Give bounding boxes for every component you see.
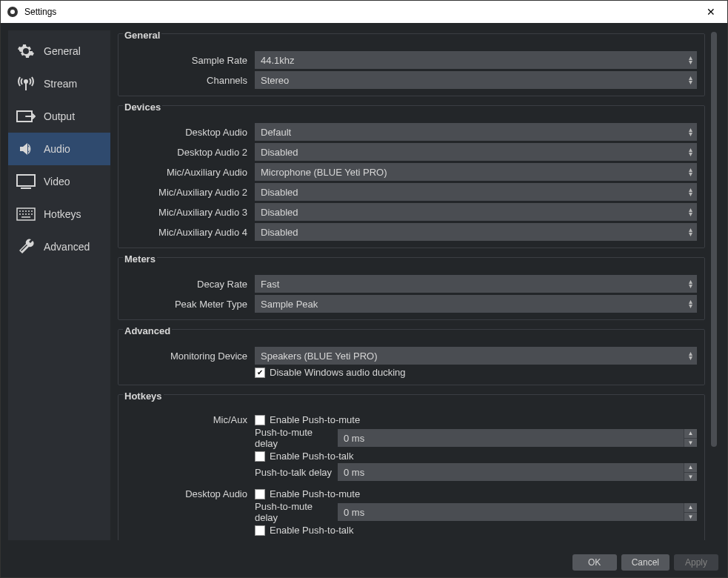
- monitor-icon: [16, 171, 36, 192]
- sidebar-item-advanced[interactable]: Advanced: [8, 230, 110, 263]
- speaker-icon: [16, 139, 36, 159]
- channels-label: Channels: [126, 75, 255, 86]
- sidebar-item-general[interactable]: General: [8, 35, 110, 67]
- desktop-ptm-checkbox[interactable]: [255, 489, 265, 499]
- content-area: General Stream Output Audio: [1, 23, 727, 548]
- antenna-icon: [16, 73, 36, 94]
- sidebar-item-label: Hotkeys: [44, 208, 81, 220]
- spin-up-icon[interactable]: ▲: [684, 463, 697, 473]
- sidebar-item-hotkeys[interactable]: Hotkeys: [8, 198, 110, 230]
- desktop-ptm-delay-label: Push-to-mute delay: [255, 501, 338, 523]
- hotkeys-mic-aux: Mic/Aux Enable Push-to-mute: [126, 414, 697, 481]
- tools-icon: [16, 236, 36, 257]
- mic-aux-select[interactable]: Microphone (BLUE Yeti PRO) ▴▾: [255, 163, 697, 181]
- micaux-ptm-checkbox[interactable]: [255, 415, 265, 425]
- ok-button[interactable]: OK: [572, 554, 617, 571]
- sample-rate-label: Sample Rate: [126, 55, 255, 66]
- micaux-ptt-checkbox[interactable]: [255, 451, 265, 462]
- svg-point-1: [10, 10, 15, 14]
- sidebar: General Stream Output Audio: [8, 30, 110, 540]
- mic-aux-3-select[interactable]: Disabled ▴▾: [255, 203, 697, 221]
- peak-meter-type-label: Peak Meter Type: [126, 299, 255, 310]
- chevron-updown-icon: ▴▾: [689, 147, 692, 156]
- micaux-ptm-delay-spinner[interactable]: 0 ms ▲▼: [338, 429, 697, 447]
- main-panel: General Sample Rate 44.1khz ▴▾ Channels …: [118, 30, 720, 540]
- disable-ducking-checkbox[interactable]: ✔: [255, 368, 265, 378]
- desktop-ptt-checkbox[interactable]: [255, 525, 265, 536]
- desktop-ptm-delay-spinner[interactable]: 0 ms ▲▼: [338, 503, 697, 521]
- desktop-audio-2-label: Desktop Audio 2: [126, 147, 255, 158]
- sidebar-item-video[interactable]: Video: [8, 165, 110, 198]
- desktop-audio-select[interactable]: Default ▴▾: [255, 123, 697, 141]
- monitoring-device-select[interactable]: Speakers (BLUE Yeti PRO) ▴▾: [255, 347, 697, 365]
- hotkeys-mic-aux-label: Mic/Aux: [126, 414, 255, 425]
- sidebar-item-audio[interactable]: Audio: [8, 133, 110, 165]
- peak-meter-type-select[interactable]: Sample Peak ▴▾: [255, 295, 697, 313]
- close-icon[interactable]: ✕: [701, 3, 721, 21]
- mic-aux-3-label: Mic/Auxiliary Audio 3: [126, 207, 255, 218]
- titlebar: Settings ✕: [1, 1, 727, 23]
- sidebar-item-label: Video: [44, 176, 70, 187]
- svg-point-2: [24, 80, 27, 83]
- group-general: General Sample Rate 44.1khz ▴▾ Channels …: [118, 33, 705, 96]
- group-title: Hotkeys: [123, 391, 164, 402]
- spin-up-icon[interactable]: ▲: [684, 503, 697, 513]
- group-devices: Devices Desktop Audio Default ▴▾ Desktop…: [118, 105, 705, 248]
- gear-icon: [16, 41, 36, 62]
- group-meters: Meters Decay Rate Fast ▴▾ Peak Meter Typ…: [118, 257, 705, 320]
- sidebar-item-label: Output: [44, 110, 75, 122]
- scroll-area[interactable]: General Sample Rate 44.1khz ▴▾ Channels …: [118, 30, 705, 540]
- spin-down-icon[interactable]: ▼: [684, 513, 697, 522]
- spin-up-icon[interactable]: ▲: [684, 429, 697, 439]
- sidebar-item-label: General: [44, 45, 81, 57]
- group-advanced: Advanced Monitoring Device Speakers (BLU…: [118, 329, 705, 385]
- hotkeys-desktop-audio: Desktop Audio Enable Push-to-mute: [126, 488, 697, 536]
- mic-aux-4-label: Mic/Auxiliary Audio 4: [126, 227, 255, 238]
- scrollbar-thumb[interactable]: [711, 32, 717, 447]
- svg-rect-5: [17, 175, 35, 186]
- mic-aux-2-select[interactable]: Disabled ▴▾: [255, 183, 697, 201]
- sidebar-item-output[interactable]: Output: [8, 100, 110, 133]
- group-title: Devices: [123, 102, 162, 113]
- app-icon: [7, 6, 19, 18]
- sidebar-item-label: Audio: [44, 143, 70, 155]
- sidebar-item-stream[interactable]: Stream: [8, 67, 110, 100]
- micaux-ptt-delay-label: Push-to-talk delay: [255, 467, 338, 478]
- sidebar-item-label: Stream: [44, 78, 77, 90]
- chevron-updown-icon: ▴▾: [689, 56, 692, 64]
- chevron-updown-icon: ▴▾: [689, 299, 692, 308]
- chevron-updown-icon: ▴▾: [689, 227, 692, 236]
- settings-dialog: Settings ✕ General Stream: [0, 0, 728, 578]
- chevron-updown-icon: ▴▾: [689, 76, 692, 84]
- spin-down-icon[interactable]: ▼: [684, 439, 697, 448]
- decay-rate-label: Decay Rate: [126, 279, 255, 290]
- sample-rate-select[interactable]: 44.1khz ▴▾: [255, 51, 697, 69]
- channels-select[interactable]: Stereo ▴▾: [255, 71, 697, 89]
- dialog-footer: OK Cancel Apply: [1, 548, 727, 577]
- mic-aux-4-select[interactable]: Disabled ▴▾: [255, 223, 697, 241]
- chevron-updown-icon: ▴▾: [689, 127, 692, 136]
- cancel-button[interactable]: Cancel: [621, 554, 669, 571]
- chevron-updown-icon: ▴▾: [689, 351, 692, 360]
- chevron-updown-icon: ▴▾: [689, 279, 692, 288]
- micaux-ptm-delay-label: Push-to-mute delay: [255, 427, 338, 449]
- chevron-updown-icon: ▴▾: [689, 207, 692, 216]
- output-icon: [16, 106, 36, 127]
- group-title: Advanced: [123, 325, 172, 336]
- decay-rate-select[interactable]: Fast ▴▾: [255, 275, 697, 293]
- window-title: Settings: [24, 7, 56, 17]
- hotkeys-desktop-label: Desktop Audio: [126, 488, 255, 499]
- chevron-updown-icon: ▴▾: [689, 167, 692, 176]
- desktop-audio-label: Desktop Audio: [126, 127, 255, 138]
- group-hotkeys: Hotkeys Mic/Aux Enable Push-to-mute: [118, 394, 705, 540]
- mic-aux-label: Mic/Auxiliary Audio: [126, 167, 255, 178]
- apply-button[interactable]: Apply: [674, 554, 718, 571]
- keyboard-icon: [16, 204, 36, 225]
- chevron-updown-icon: ▴▾: [689, 187, 692, 196]
- monitoring-device-label: Monitoring Device: [126, 351, 255, 362]
- micaux-ptt-delay-spinner[interactable]: 0 ms ▲▼: [338, 463, 697, 481]
- sidebar-item-label: Advanced: [44, 241, 90, 253]
- spin-down-icon[interactable]: ▼: [684, 473, 697, 482]
- disable-ducking-label: Disable Windows audio ducking: [270, 367, 406, 378]
- desktop-audio-2-select[interactable]: Disabled ▴▾: [255, 143, 697, 161]
